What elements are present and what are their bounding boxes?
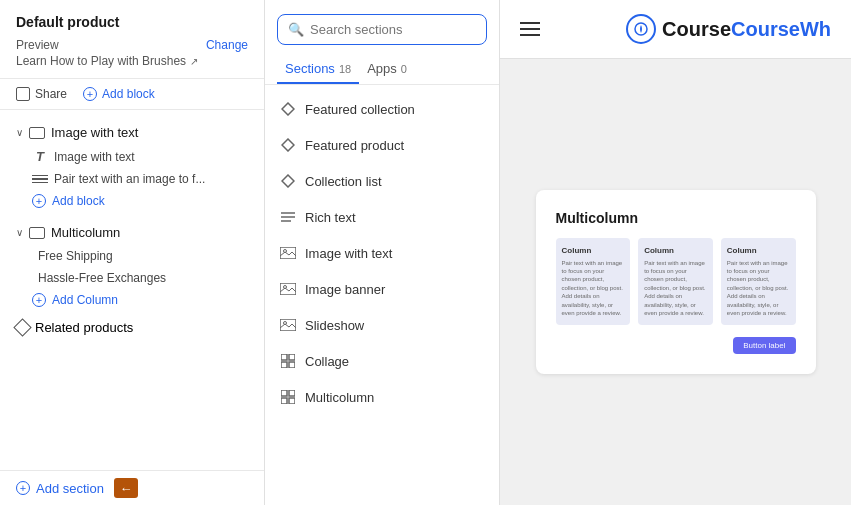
tab-sections-count: 18	[339, 63, 351, 75]
mc-column-3: Column Pair text with an image to focus …	[721, 238, 796, 326]
plus-icon-col: +	[32, 293, 46, 307]
section-layout-icon	[29, 127, 45, 139]
sidebar-title: Default product	[16, 14, 248, 30]
add-block-label: Add block	[102, 87, 155, 101]
sections-list: Featured collection Featured product Col…	[265, 85, 499, 505]
child-pair-text[interactable]: Pair text with an image to f...	[32, 168, 264, 190]
list-item-rich-text[interactable]: Rich text	[265, 199, 499, 235]
lines-icon	[32, 175, 48, 184]
image-with-text-title: Image with text	[51, 125, 138, 140]
image-with-text-group: ∨ Image with text T Image with text Pair…	[0, 116, 264, 216]
image-icon-iwt	[279, 244, 297, 262]
svg-marker-2	[282, 175, 294, 187]
mc-col-text-2: Pair text with an image to focus on your…	[644, 259, 707, 318]
plus-icon: +	[83, 87, 97, 101]
search-box: 🔍	[277, 14, 487, 45]
mc-button-row: Button label	[556, 337, 796, 354]
mc-preview-title: Multicolumn	[556, 210, 796, 226]
child-add-block[interactable]: + Add block	[32, 190, 264, 212]
plus-icon-child: +	[32, 194, 46, 208]
brand-icon	[626, 14, 656, 44]
sidebar-actions: Share + Add block	[0, 79, 264, 110]
list-item-label-col: Collage	[305, 354, 349, 369]
add-section-label: Add section	[36, 481, 104, 496]
tabs-row: Sections 18 Apps 0	[265, 55, 499, 85]
text-icon: T	[32, 149, 48, 164]
lines-icon-rt	[279, 208, 297, 226]
search-container: 🔍	[265, 0, 499, 55]
child-free-shipping[interactable]: Free Shipping	[32, 245, 264, 267]
list-item-slideshow[interactable]: Slideshow	[265, 307, 499, 343]
list-item-featured-product[interactable]: Featured product	[265, 127, 499, 163]
image-with-text-header[interactable]: ∨ Image with text	[0, 120, 264, 145]
mc-preview-columns: Column Pair text with an image to focus …	[556, 238, 796, 326]
tab-apps[interactable]: Apps 0	[359, 55, 415, 84]
mc-col-title-3: Column	[727, 246, 790, 255]
arrow-indicator	[114, 478, 138, 498]
diamond-icon-related	[13, 318, 31, 336]
preview-value: Learn How to Play with Brushes ↗	[16, 54, 248, 68]
list-item-collage[interactable]: Collage	[265, 343, 499, 379]
related-products-label: Related products	[35, 320, 133, 335]
left-sidebar: Default product Preview Change Learn How…	[0, 0, 265, 505]
search-input[interactable]	[310, 22, 476, 37]
svg-rect-13	[289, 354, 295, 360]
preview-header: CourseCourseWh	[500, 0, 851, 59]
mc-col-title-2: Column	[644, 246, 707, 255]
sidebar-header: Default product Preview Change Learn How…	[0, 0, 264, 79]
svg-rect-19	[289, 398, 295, 404]
list-item-multicolumn[interactable]: Multicolumn	[265, 379, 499, 415]
change-link[interactable]: Change	[206, 38, 248, 52]
add-block-child-label: Add block	[52, 194, 105, 208]
child-label-pair: Pair text with an image to f...	[54, 172, 205, 186]
grid-icon-collage	[279, 352, 297, 370]
svg-rect-14	[281, 362, 287, 368]
tab-apps-count: 0	[401, 63, 407, 75]
add-section-row[interactable]: + Add section	[0, 470, 264, 505]
tab-sections-label: Sections	[285, 61, 335, 76]
sidebar-content: ∨ Image with text T Image with text Pair…	[0, 110, 264, 470]
mc-column-1: Column Pair text with an image to focus …	[556, 238, 631, 326]
preview-row: Preview Change	[16, 38, 248, 52]
svg-rect-17	[289, 390, 295, 396]
grid-icon-mc	[279, 388, 297, 406]
list-item-label-fp: Featured product	[305, 138, 404, 153]
multicolumn-title: Multicolumn	[51, 225, 120, 240]
list-item-featured-collection[interactable]: Featured collection	[265, 91, 499, 127]
list-item-label-iwt: Image with text	[305, 246, 392, 261]
image-with-text-children: T Image with text Pair text with an imag…	[0, 145, 264, 212]
chevron-down-icon-mc: ∨	[16, 227, 23, 238]
tab-sections[interactable]: Sections 18	[277, 55, 359, 84]
child-hassle-free[interactable]: Hassle-Free Exchanges	[32, 267, 264, 289]
diamond-icon-fp	[279, 136, 297, 154]
preview-body: Multicolumn Column Pair text with an ima…	[500, 59, 851, 505]
hamburger-icon[interactable]	[520, 22, 540, 36]
tab-apps-label: Apps	[367, 61, 397, 76]
preview-text: Learn How to Play with Brushes	[16, 54, 186, 68]
add-block-button[interactable]: + Add block	[83, 87, 155, 101]
multicolumn-header[interactable]: ∨ Multicolumn	[0, 220, 264, 245]
child-label-hassle: Hassle-Free Exchanges	[38, 271, 166, 285]
list-item-collection-list[interactable]: Collection list	[265, 163, 499, 199]
mc-preview-button: Button label	[733, 337, 795, 354]
multicolumn-children: Free Shipping Hassle-Free Exchanges + Ad…	[0, 245, 264, 311]
list-item-label-ib: Image banner	[305, 282, 385, 297]
multicolumn-layout-icon	[29, 227, 45, 239]
image-icon-ib	[279, 280, 297, 298]
brand-logo: CourseCourseWh	[626, 14, 831, 44]
share-label: Share	[35, 87, 67, 101]
child-label: Image with text	[54, 150, 135, 164]
list-item-image-with-text[interactable]: Image with text	[265, 235, 499, 271]
share-button[interactable]: Share	[16, 87, 67, 101]
diamond-icon-cl	[279, 172, 297, 190]
child-add-column[interactable]: + Add Column	[32, 289, 264, 311]
main-preview-area: CourseCourseWh Multicolumn Column Pair t…	[500, 0, 851, 505]
list-item-image-banner[interactable]: Image banner	[265, 271, 499, 307]
svg-rect-15	[289, 362, 295, 368]
svg-rect-12	[281, 354, 287, 360]
child-label-free: Free Shipping	[38, 249, 113, 263]
child-image-with-text[interactable]: T Image with text	[32, 145, 264, 168]
search-icon: 🔍	[288, 22, 304, 37]
related-products-item[interactable]: Related products	[0, 315, 264, 340]
mc-column-2: Column Pair text with an image to focus …	[638, 238, 713, 326]
